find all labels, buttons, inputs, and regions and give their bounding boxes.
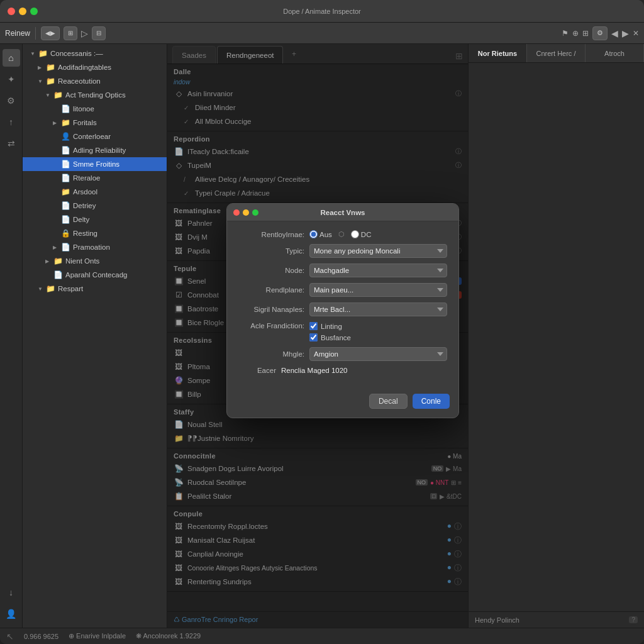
modal-close[interactable] [233,209,240,216]
modal-sigril-label: Sigril Nanaples: [238,306,304,313]
status-ancolnorek: ❋ Ancolnorek 1.9229 [136,632,201,640]
right-panel-bottom: Hendy Polinch ? [469,611,644,628]
modal-title-bar: Reacct Vnws [227,204,458,221]
modal-row-sigril: Sigril Nanaples: Mrte Bacl... [238,303,447,316]
traffic-lights [8,8,38,15]
modal-max[interactable] [252,209,258,216]
modal-body: RentloyIrnae: Aus ⬡ DC [227,221,458,389]
toolbar-close-icon[interactable]: ✕ [633,29,639,38]
modal-row-rendlplane: Rendlplane: Main paeu... [238,283,447,297]
nav-item-resting[interactable]: 🔒 Resting [23,226,167,240]
sidebar-icon-share[interactable]: ⇄ [3,135,20,152]
modal-mhgle-select[interactable]: Amgion [309,347,447,361]
sidebar-icon-tools[interactable]: ⚙ [3,92,20,109]
toolbar-grid[interactable]: ⊞ [64,26,77,40]
nav-item-rteraloe[interactable]: 📄 Rteraloe [23,171,167,185]
app-name: Reinew [5,29,30,38]
nav-item-arsdool[interactable]: 📁 Arsdool [23,185,167,199]
modal-rendlplane-control: Main paeu... [309,283,447,297]
modal-eacer-value: Renclia Maged 1020 [281,367,348,374]
nav-item-smme[interactable]: 📄 Smme Froitins [23,157,167,171]
maximize-button[interactable] [30,8,38,15]
toolbar-chevron[interactable]: ▷ [81,28,88,38]
toolbar-separator [35,27,36,40]
modal-node-label: Node: [238,267,304,274]
right-tab-cnrert[interactable]: Cnrert Herc / [527,44,586,62]
modal-radio-dc[interactable]: DC [351,230,372,238]
modal-reacct-vnws: Reacct Vnws RentloyIrnae: Aus [226,203,459,418]
modal-row-acle: Acle Frandiction: Linting Busfance [238,322,447,341]
toolbar-minus[interactable]: ⊟ [92,26,106,40]
modal-row-node: Node: Machgadle [238,264,447,277]
modal-node-control: Machgadle [309,264,447,277]
sidebar-icon-upload[interactable]: ↑ [3,113,20,131]
window-frame: Dope / Animate Inspector Reinew ◀▶ ⊞ ▷ ⊟… [0,0,644,644]
modal-ok-button[interactable]: Conle [413,394,450,409]
minimize-button[interactable] [19,8,26,15]
toolbar-icon1[interactable]: ⚑ [562,29,569,38]
right-panel-label: Hendy Polinch [475,616,519,624]
right-panel-help[interactable]: ? [629,616,638,623]
nav-item-foritals[interactable]: ▶ 📁 Foritals [23,116,167,130]
modal-traffic-lights [233,209,258,216]
nav-item-pramoation[interactable]: ▶ 📄 Pramoation [23,240,167,254]
sidebar-icon-home[interactable]: ⌂ [3,49,20,67]
modal-rendlplane-select[interactable]: Main paeu... [309,283,447,297]
modal-title: Reacct Vnws [321,209,365,216]
modal-node-select[interactable]: Machgadle [309,264,447,277]
icon-sidebar: ⌂ ✦ ⚙ ↑ ⇄ ↓ 👤 [0,44,23,628]
sidebar-icon-bottom[interactable]: ↓ [3,584,20,601]
modal-footer: Decal Conle [227,389,458,418]
center-panel: Saades Rendngeneeot + ⊞ Dalle [167,44,468,628]
nav-item-adling[interactable]: 📄 Adling Reliability [23,143,167,157]
nav-item-nient-onts[interactable]: ▶ 📁 Nient Onts [23,254,167,268]
window-title: Dope / Animate Inspector [283,8,361,15]
close-button[interactable] [8,8,15,15]
nav-item-act-tending[interactable]: ▼ 📁 Act Tending Optics [23,88,167,102]
modal-acle-control: Linting Busfance [309,322,447,341]
modal-row-rentloy: RentloyIrnae: Aus ⬡ DC [238,230,447,238]
toolbar-settings[interactable]: ⚙ [592,26,608,40]
nav-item-detriey[interactable]: 📄 Detriey [23,199,167,213]
right-panel: Nor Rietuns Cnrert Herc / Atroch Hendy P… [468,44,644,628]
nav-tree: ▼ 📁 Concessanis :— ▶ 📁 Aodifadingtables … [23,44,167,628]
modal-row-eacer: Eacer Renclia Maged 1020 [238,367,447,374]
nav-item-conterloear[interactable]: 👤 Conterloear [23,130,167,143]
status-item-left: ↖ [6,631,14,641]
status-cursor-icon: ↖ [6,631,14,641]
title-bar: Dope / Animate Inspector [0,0,644,23]
modal-sigril-select[interactable]: Mrte Bacl... [309,303,447,316]
toolbar-back-forward[interactable]: ◀▶ [41,26,60,40]
nav-item-respart[interactable]: ▼ 📁 Respart [23,282,167,296]
toolbar-nav-back[interactable]: ◀ [611,28,618,38]
main-layout: ⌂ ✦ ⚙ ↑ ⇄ ↓ 👤 ▼ 📁 Concessanis :— ▶ 📁 Aod… [0,44,644,628]
nav-item-reaceotution[interactable]: ▼ 📁 Reaceotution [23,74,167,88]
right-tab-nor[interactable]: Nor Rietuns [469,44,527,62]
nav-item-aodifading[interactable]: ▶ 📁 Aodifadingtables [23,60,167,74]
modal-radio-aus[interactable]: Aus [309,230,332,238]
sidebar-icon-star[interactable]: ✦ [3,70,20,88]
toolbar-nav-forward[interactable]: ▶ [622,28,629,38]
modal-typic-control: Mone any pedoing Moncali [309,244,447,258]
nav-item-aparahl[interactable]: 📄 Aparahl Contecadg [23,268,167,282]
modal-checkbox-busfance[interactable]: Busfance [309,333,447,341]
modal-acle-label: Acle Frandiction: [238,322,304,330]
modal-typic-select[interactable]: Mone any pedoing Moncali [309,244,447,258]
modal-checkbox-linting[interactable]: Linting [309,322,447,330]
status-bar: ↖ 0.966 9625 ⊕ Enarive Inlpdale ❋ Ancoln… [0,628,644,644]
modal-min[interactable] [243,209,249,216]
nav-item-litonoe[interactable]: 📄 litonoe [23,102,167,116]
toolbar-icon2[interactable]: ⊕ [572,29,579,38]
status-coords: 0.966 9625 [24,633,58,640]
modal-overlay: Reacct Vnws RentloyIrnae: Aus [167,44,468,628]
modal-eacer-label: Eacer [238,367,276,374]
modal-typic-label: Typic: [238,247,304,255]
modal-rendlplane-label: Rendlplane: [238,286,304,294]
nav-item-delty[interactable]: 📄 Delty [23,213,167,226]
toolbar-icon3[interactable]: ⊞ [582,29,589,38]
right-tab-atroch[interactable]: Atroch [586,44,644,62]
right-panel-tabs: Nor Rietuns Cnrert Herc / Atroch [469,44,644,63]
modal-rentloy-control: Aus ⬡ DC [309,230,447,238]
modal-cancel-button[interactable]: Decal [369,394,408,409]
sidebar-icon-user[interactable]: 👤 [3,605,20,623]
